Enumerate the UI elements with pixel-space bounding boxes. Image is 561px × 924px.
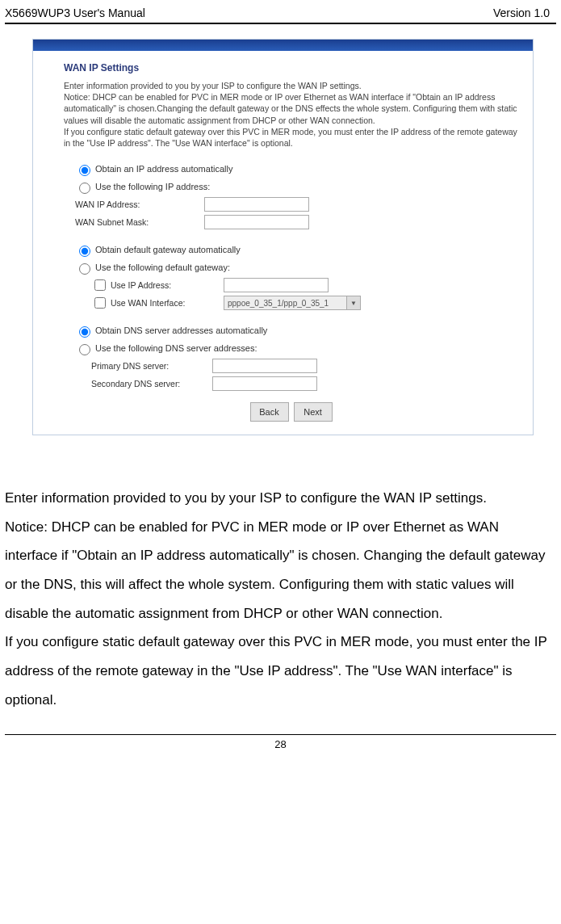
next-button[interactable]: Next — [294, 402, 333, 422]
page-body-text: Enter information provided to you by you… — [5, 484, 551, 715]
label-obtain-dns-auto: Obtain DNS server addresses automaticall… — [95, 326, 267, 335]
input-wan-mask[interactable] — [204, 215, 309, 229]
radio-obtain-ip-auto[interactable] — [79, 165, 90, 176]
label-obtain-gw-auto: Obtain default gateway automatically — [95, 245, 241, 254]
input-primary-dns[interactable] — [212, 359, 317, 373]
radio-use-gw[interactable] — [79, 263, 90, 275]
radio-use-ip[interactable] — [79, 183, 90, 194]
select-wan-interface[interactable]: pppoe_0_35_1/ppp_0_35_1 ▼ — [224, 296, 361, 310]
chevron-down-icon: ▼ — [346, 296, 360, 309]
doc-title-left: X5669WUP3 User's Manual — [5, 6, 145, 19]
radio-obtain-gw-auto[interactable] — [79, 246, 90, 257]
label-use-wan-interface: Use WAN Interface: — [111, 298, 224, 308]
label-primary-dns: Primary DNS server: — [91, 361, 212, 371]
check-use-ip-address[interactable] — [94, 279, 106, 291]
label-use-ip-address: Use IP Address: — [111, 280, 224, 290]
footer-rule — [5, 734, 556, 735]
label-use-dns: Use the following DNS server addresses: — [95, 343, 257, 353]
input-gw-ip[interactable] — [224, 278, 329, 292]
check-use-wan-interface[interactable] — [94, 297, 106, 309]
label-wan-mask: WAN Subnet Mask: — [75, 217, 204, 227]
back-button[interactable]: Back — [250, 402, 289, 422]
select-wan-interface-value: pppoe_0_35_1/ppp_0_35_1 — [228, 299, 329, 308]
radio-obtain-dns-auto[interactable] — [79, 326, 90, 338]
label-use-ip: Use the following IP address: — [95, 182, 210, 191]
panel-title: WAN IP Settings — [64, 62, 518, 74]
input-secondary-dns[interactable] — [212, 376, 317, 391]
radio-use-dns[interactable] — [79, 344, 90, 355]
settings-panel: WAN IP Settings Enter information provid… — [32, 39, 534, 435]
label-obtain-ip-auto: Obtain an IP address automatically — [95, 164, 232, 174]
label-secondary-dns: Secondary DNS server: — [91, 379, 212, 388]
label-wan-ip: WAN IP Address: — [75, 200, 204, 209]
panel-header-bar — [33, 40, 533, 51]
label-use-gw: Use the following default gateway: — [95, 262, 230, 272]
page-number: 28 — [0, 738, 561, 757]
header-rule — [5, 23, 556, 24]
input-wan-ip[interactable] — [204, 197, 309, 212]
doc-title-right: Version 1.0 — [493, 6, 550, 19]
panel-description: Enter information provided to you by you… — [64, 80, 518, 149]
